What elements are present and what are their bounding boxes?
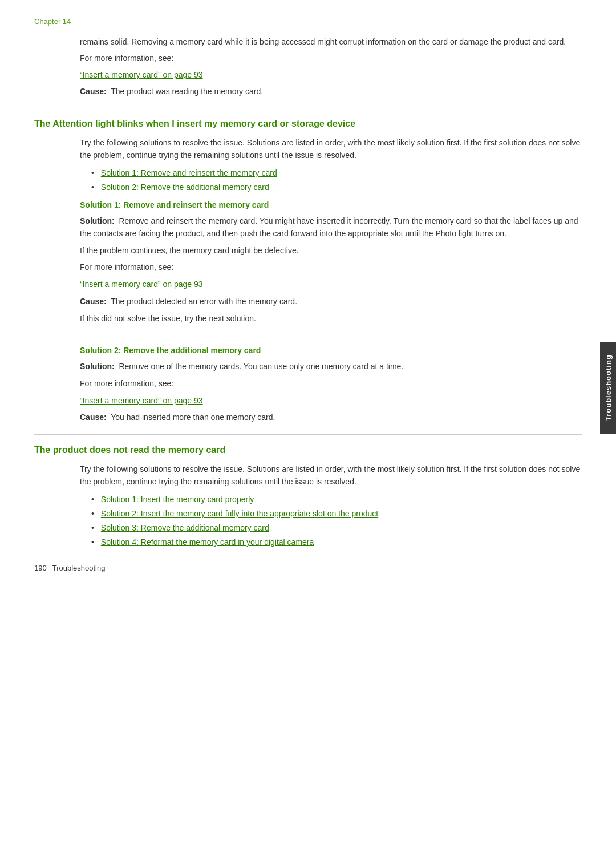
sub1-cause-text: The product detected an error with the m… (111, 297, 297, 306)
sub2-cause-line: Cause: You had inserted more than one me… (80, 411, 582, 424)
sub2-cause-label: Cause: (80, 413, 107, 422)
sub2-solution-label: Solution: (80, 362, 115, 371)
divider-section2 (34, 434, 582, 435)
sub1-p2: If the problem continues, the memory car… (80, 245, 582, 257)
sub1-cause-label: Cause: (80, 297, 107, 306)
section1-intro-block: Try the following solutions to resolve t… (80, 137, 582, 161)
sub1-solution-text: Remove and reinsert the memory card. You… (80, 216, 578, 238)
sub1-solution-label: Solution: (80, 216, 115, 225)
page-number: 190 (34, 564, 47, 572)
sub1-cause-line: Cause: The product detected an error wit… (80, 296, 582, 308)
divider-top (34, 108, 582, 108)
sub2-cause-text: You had inserted more than one memory ca… (111, 413, 275, 422)
section2-heading: The product does not read the memory car… (34, 445, 582, 455)
intro-paragraph1: remains solid. Removing a memory card wh… (80, 36, 582, 48)
sub2-heading-block: Solution 2: Remove the additional memory… (80, 346, 582, 355)
sub2-solution-para: Solution: Remove one of the memory cards… (80, 361, 582, 373)
sub1-link[interactable]: “Insert a memory card” on page 93 (80, 280, 203, 289)
sub1-content: Solution: Remove and reinsert the memory… (80, 215, 582, 325)
section2-intro: Try the following solutions to resolve t… (80, 463, 582, 488)
section1-intro: Try the following solutions to resolve t… (80, 137, 582, 161)
sub2-solution-text: Remove one of the memory cards. You can … (119, 362, 403, 371)
chapter-label: Chapter 14 (34, 17, 582, 26)
footer-label: Troubleshooting (52, 564, 106, 572)
section1-bullet-1-link[interactable]: Solution 1: Remove and reinsert the memo… (101, 168, 277, 177)
sub1-solution-para: Solution: Remove and reinsert the memory… (80, 215, 582, 240)
sub2-heading: Solution 2: Remove the additional memory… (80, 346, 582, 355)
intro-link1[interactable]: “Insert a memory card” on page 93 (80, 70, 203, 79)
intro-for-more: For more information, see: (80, 52, 582, 64)
intro-cause-text: The product was reading the memory card. (111, 87, 263, 96)
sub1-heading: Solution 1: Remove and reinsert the memo… (80, 200, 582, 209)
section1-bullet-2[interactable]: Solution 2: Remove the additional memory… (91, 181, 582, 193)
page-footer: 190 Troubleshooting (34, 564, 582, 572)
sub2-content: Solution: Remove one of the memory cards… (80, 361, 582, 424)
sub1-if-not: If this did not solve the issue, try the… (80, 313, 582, 325)
section2-intro-block: Try the following solutions to resolve t… (80, 463, 582, 488)
section1-heading: The Attention light blinks when I insert… (34, 119, 582, 129)
sub2-link[interactable]: “Insert a memory card” on page 93 (80, 396, 203, 405)
intro-cause-line: Cause: The product was reading the memor… (80, 86, 582, 98)
sub1-heading-block: Solution 1: Remove and reinsert the memo… (80, 200, 582, 209)
intro-block: remains solid. Removing a memory card wh… (80, 36, 582, 98)
divider-sub1 (34, 335, 582, 335)
section1-bullet-list: Solution 1: Remove and reinsert the memo… (91, 167, 582, 193)
sub1-for-more: For more information, see: (80, 261, 582, 274)
section2-bullet-1[interactable]: Solution 1: Insert the memory card prope… (91, 494, 582, 506)
section2-bullet-4[interactable]: Solution 4: Reformat the memory card in … (91, 536, 582, 548)
section2-bullet-2[interactable]: Solution 2: Insert the memory card fully… (91, 508, 582, 520)
side-tab: Troubleshooting (600, 342, 616, 434)
section2-bullet-1-link[interactable]: Solution 1: Insert the memory card prope… (101, 495, 254, 504)
section2-bullet-2-link[interactable]: Solution 2: Insert the memory card fully… (101, 509, 378, 518)
section2-bullet-4-link[interactable]: Solution 4: Reformat the memory card in … (101, 537, 314, 547)
section2-bullet-3[interactable]: Solution 3: Remove the additional memory… (91, 522, 582, 534)
section1-bullet-2-link[interactable]: Solution 2: Remove the additional memory… (101, 183, 269, 192)
section1-bullet-1[interactable]: Solution 1: Remove and reinsert the memo… (91, 167, 582, 179)
section2-bullet-3-link[interactable]: Solution 3: Remove the additional memory… (101, 523, 269, 532)
section2-bullet-list: Solution 1: Insert the memory card prope… (91, 494, 582, 548)
intro-cause-label: Cause: (80, 87, 107, 96)
sub2-for-more: For more information, see: (80, 378, 582, 390)
